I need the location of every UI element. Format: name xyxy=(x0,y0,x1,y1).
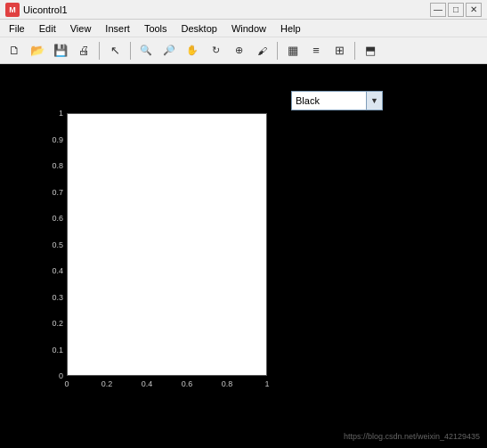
dock-icon: ⬒ xyxy=(365,44,376,57)
color-dropdown[interactable]: Black ▼ xyxy=(291,91,383,110)
x-label-0: 0 xyxy=(64,379,69,388)
zoom-in-icon: 🔍 xyxy=(140,45,152,56)
open-icon: 📂 xyxy=(30,44,45,57)
y-label-03: 0.3 xyxy=(52,293,63,302)
menu-insert[interactable]: Insert xyxy=(98,21,137,36)
open-button[interactable]: 📂 xyxy=(27,40,48,61)
separator-4 xyxy=(354,42,355,60)
maximize-button[interactable]: □ xyxy=(448,3,464,17)
grid-icon: ⊞ xyxy=(335,44,345,57)
title-bar: M Uicontrol1 — □ ✕ xyxy=(0,0,487,20)
x-label-04: 0.4 xyxy=(142,379,153,388)
y-label-01: 0.1 xyxy=(52,346,63,354)
y-label-04: 0.4 xyxy=(52,266,63,275)
x-label-08: 0.8 xyxy=(222,379,233,388)
window-controls: — □ ✕ xyxy=(430,3,482,17)
legend-button[interactable]: ≡ xyxy=(305,40,327,61)
save-icon: 💾 xyxy=(53,44,68,57)
cursor-button[interactable]: ↖ xyxy=(104,40,126,61)
y-label-0: 0 xyxy=(59,371,63,380)
y-axis: 1 0.9 0.8 0.7 0.6 0.5 0.4 0.3 0.2 0.1 0 xyxy=(45,113,67,376)
y-label-07: 0.7 xyxy=(52,188,63,197)
menu-view[interactable]: View xyxy=(63,21,99,36)
y-label-08: 0.8 xyxy=(52,161,63,170)
new-button[interactable]: 🗋 xyxy=(4,40,25,61)
y-label-02: 0.2 xyxy=(52,319,63,328)
y-label-05: 0.5 xyxy=(52,240,63,249)
menu-edit[interactable]: Edit xyxy=(32,21,63,36)
print-icon: 🖨 xyxy=(78,44,90,57)
pan-button[interactable]: ✋ xyxy=(182,40,203,61)
datacursor-button[interactable]: ⊕ xyxy=(228,40,249,61)
save-button[interactable]: 💾 xyxy=(50,40,71,61)
y-label-09: 0.9 xyxy=(52,135,63,144)
insertcolorbar-button[interactable]: ▦ xyxy=(282,40,304,61)
axes-container: 1 0.9 0.8 0.7 0.6 0.5 0.4 0.3 0.2 0.1 0 … xyxy=(45,113,267,407)
insertcolorbar-icon: ▦ xyxy=(288,44,298,57)
x-label-06: 0.6 xyxy=(182,379,193,388)
menu-bar: File Edit View Insert Tools Desktop Wind… xyxy=(0,20,487,37)
separator-2 xyxy=(130,42,131,60)
dropdown-value: Black xyxy=(296,95,366,106)
menu-window[interactable]: Window xyxy=(224,21,273,36)
menu-file[interactable]: File xyxy=(2,21,32,36)
datacursor-icon: ⊕ xyxy=(235,45,243,56)
menu-desktop[interactable]: Desktop xyxy=(175,21,224,36)
dock-button[interactable]: ⬒ xyxy=(360,40,381,61)
zoom-out-button[interactable]: 🔎 xyxy=(158,40,180,61)
zoom-out-icon: 🔎 xyxy=(163,45,175,56)
rotate-button[interactable]: ↻ xyxy=(205,40,226,61)
dropdown-arrow-icon: ▼ xyxy=(366,92,382,110)
menu-help[interactable]: Help xyxy=(273,21,308,36)
x-axis: 0 0.2 0.4 0.6 0.8 1 xyxy=(67,377,267,395)
close-button[interactable]: ✕ xyxy=(466,3,482,17)
x-label-02: 0.2 xyxy=(101,379,113,388)
minimize-button[interactable]: — xyxy=(430,3,446,17)
y-label-06: 0.6 xyxy=(52,214,63,223)
main-area: Black ▼ 1 0.9 0.8 0.7 0.6 0.5 0.4 0.3 0.… xyxy=(0,64,487,448)
brush-icon: 🖌 xyxy=(257,45,267,56)
new-icon: 🗋 xyxy=(9,44,20,57)
rotate-icon: ↻ xyxy=(212,45,220,56)
y-label-1: 1 xyxy=(59,109,63,118)
watermark: https://blog.csdn.net/weixin_42129435 xyxy=(344,432,480,441)
grid-button[interactable]: ⊞ xyxy=(329,40,350,61)
window-title: Uicontrol1 xyxy=(23,4,430,15)
pan-icon: ✋ xyxy=(186,45,199,56)
cursor-icon: ↖ xyxy=(110,44,120,57)
print-button[interactable]: 🖨 xyxy=(73,40,94,61)
plot-area xyxy=(67,113,267,376)
app-icon: M xyxy=(5,3,20,17)
separator-1 xyxy=(99,42,100,60)
zoom-in-button[interactable]: 🔍 xyxy=(135,40,157,61)
toolbar: 🗋 📂 💾 🖨 ↖ 🔍 🔎 ✋ ↻ ⊕ 🖌 ▦ ≡ ⊞ ⬒ xyxy=(0,37,487,64)
x-label-1: 1 xyxy=(264,379,269,388)
separator-3 xyxy=(277,42,278,60)
menu-tools[interactable]: Tools xyxy=(137,21,175,36)
brush-button[interactable]: 🖌 xyxy=(251,40,272,61)
legend-icon: ≡ xyxy=(312,44,320,57)
